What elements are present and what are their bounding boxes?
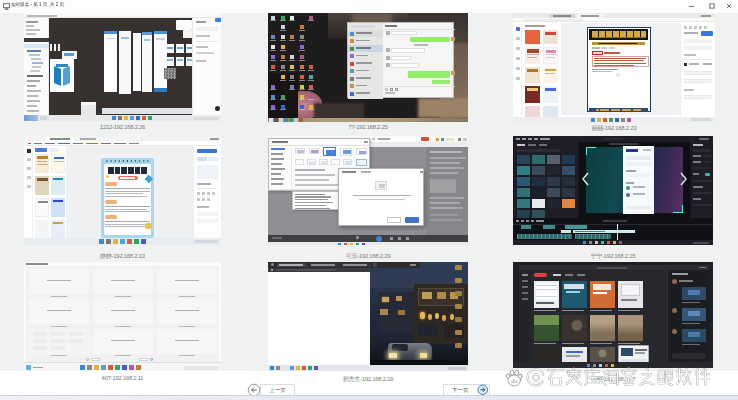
svg-text:du: du <box>511 378 517 384</box>
